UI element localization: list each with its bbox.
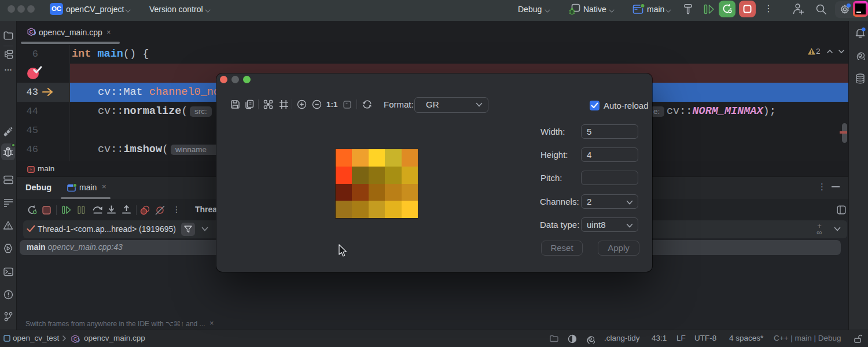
svg-text:C: C	[30, 29, 34, 35]
svg-text:C: C	[73, 336, 77, 342]
